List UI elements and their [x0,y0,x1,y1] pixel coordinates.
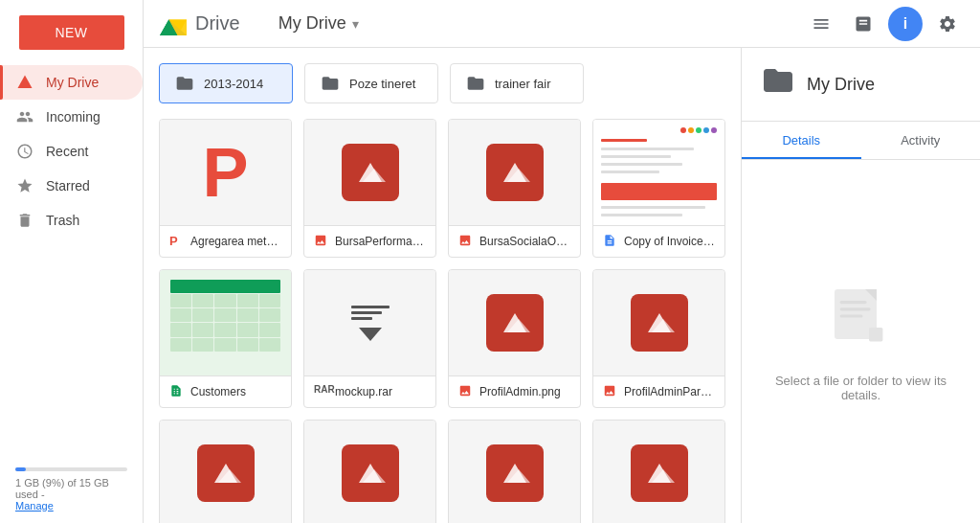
file-name-copy-invoice: Copy of Invoice -... [624,235,715,248]
panel-placeholder-text: Select a file or folder to view its deta… [761,374,961,402]
mountain-icon [355,159,386,186]
sidebar-item-trash[interactable]: Trash [0,203,143,238]
file-card-profil-admin[interactable]: ProfilAdmin.png [448,269,581,408]
svg-rect-32 [839,314,862,317]
image-file-icon [603,384,618,399]
sp-cell [214,323,235,336]
panel-title: My Drive [807,75,875,95]
rar-line [351,317,372,320]
folder-icon [175,74,194,93]
sidebar-item-starred[interactable]: Starred [0,169,143,203]
file-card-copy-invoice[interactable]: Copy of Invoice -... [592,119,725,258]
sp-cell [259,294,280,307]
red-image-thumb [486,144,544,201]
red-image-thumb [342,144,399,201]
rar-arrow [359,328,382,341]
tab-details[interactable]: Details [742,122,861,159]
file-name-profil-admin: ProfilAdmin.png [479,385,561,398]
file-info: RAR mockup.rar [304,375,435,407]
sp-cell [192,308,213,322]
star-icon [15,176,34,195]
dot-green [696,127,702,133]
folder-item-trainer[interactable]: trainer fair [450,63,584,103]
file-card-profil-manager[interactable]: ProfilManager.p... [159,420,292,523]
panel-body: Select a file or folder to view its deta… [742,160,980,523]
sp-cell [192,338,213,352]
file-thumbnail [160,270,291,375]
file-grid: 2013-2014 Poze tineret trainer fair [144,48,741,523]
sidebar-item-incoming[interactable]: Incoming [0,100,143,134]
red-image-thumb [486,444,544,502]
invoice-line [601,171,659,173]
file-card-bursa-perf[interactable]: BursaPerforman... [303,119,436,258]
trash-icon [15,211,34,230]
file-info: Customers [160,375,291,407]
file-card-agregarea[interactable]: P P Agregarea meto... [159,119,292,258]
file-name-agregarea: Agregarea meto... [190,235,281,248]
red-image-thumb [631,294,688,352]
docs-file-icon [603,234,618,249]
red-image-thumb [197,444,255,502]
app-logo: Drive [159,10,240,38]
manage-link[interactable]: Manage [15,500,54,512]
red-image-thumb [486,294,544,352]
sp-cell [259,338,280,352]
info-button[interactable]: i [888,7,923,41]
sidebar-item-label-starred: Starred [46,178,90,193]
sp-cell [214,308,235,322]
breadcrumb[interactable]: My Drive ▾ [278,13,359,34]
sidebar-item-label-recent: Recent [46,144,88,159]
app-header: Drive My Drive ▾ i [144,0,980,48]
sidebar-item-label-my-drive: My Drive [46,75,99,90]
sp-cell [170,323,191,336]
file-card-profil-admin-para[interactable]: ProfilAdminPara... [592,269,725,408]
storage-bar [15,467,127,471]
file-info: BursaPerforman... [304,225,435,257]
file-card-mockup[interactable]: RAR mockup.rar [303,269,436,408]
file-card-profil-student2[interactable]: ProfilStudent.pn... [592,420,725,523]
invoice-line [601,214,682,216]
file-card-customers[interactable]: Customers [159,269,292,408]
sidebar-item-recent[interactable]: Recent [0,134,143,169]
app-name: Drive [195,12,240,34]
file-card-profil-student[interactable]: ProfilStudent.pn... [448,420,581,523]
invoice-line [601,163,682,166]
red-image-thumb [342,444,399,502]
mountain-icon [211,460,241,487]
settings-button[interactable] [930,7,965,41]
sp-cell [237,323,258,336]
folder-name-trainer: trainer fair [495,77,551,91]
storage-text: 1 GB (9%) of 15 GB used - [15,477,109,500]
colored-dots [601,127,717,133]
dot-red [680,127,686,133]
file-thumbnail [304,270,435,375]
file-card-profil-manager2[interactable]: ProfilManager2... [303,420,436,523]
dot-blue [703,127,709,133]
folder-item-poze[interactable]: Poze tineret [304,63,438,103]
file-name-customers: Customers [190,385,246,398]
file-info: Copy of Invoice -... [593,225,724,257]
folder-item-2013[interactable]: 2013-2014 [159,63,293,103]
rar-thumb [351,306,390,341]
file-name-profil-admin-para: ProfilAdminPara... [624,385,715,398]
sidebar: NEW My Drive Incoming Recent Starred [0,0,144,523]
file-thumbnail [304,421,435,523]
file-thumbnail: P [160,120,291,225]
sidebar-item-my-drive[interactable]: My Drive [0,65,143,100]
folder-name-poze: Poze tineret [349,77,415,91]
list-view-button[interactable] [804,7,838,41]
sheets-file-icon [169,384,185,399]
sp-cell [214,338,235,352]
sp-cell [237,338,258,352]
tab-activity[interactable]: Activity [861,122,981,159]
dot-purple [711,127,717,133]
sort-button[interactable] [846,7,880,41]
rar-line [351,311,382,314]
mountain-icon [355,460,386,487]
header-actions: i [804,7,965,41]
mountain-icon [500,159,530,186]
sp-cell [170,308,191,322]
file-card-bursa-soc[interactable]: BursaSocialaOc... [448,119,581,258]
new-button[interactable]: NEW [19,15,124,50]
sp-cell [214,294,235,307]
